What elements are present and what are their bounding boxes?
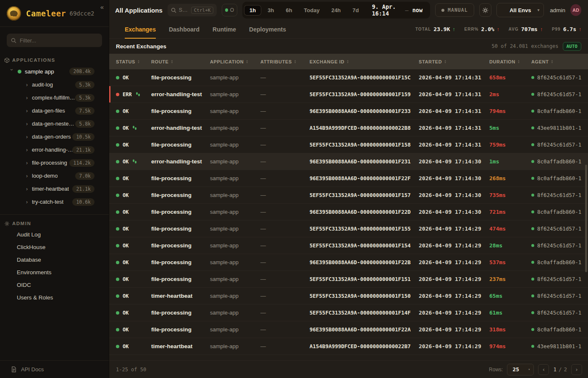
application-cell: sample-app	[210, 142, 260, 148]
api-docs-link[interactable]: API Docs	[0, 360, 109, 378]
search-icon	[11, 38, 16, 43]
exchange-id-cell: 96E395B0088AA6D-000000000001F233	[310, 108, 419, 114]
table-row[interactable]: OK file-processing sample-app — 96E395B0…	[109, 321, 588, 338]
exchange-id-cell: 96E395B0088AA6D-000000000001F22F	[310, 175, 419, 181]
column-header-application[interactable]: APPLICATION ▲▼	[210, 59, 260, 64]
exchange-id-cell: 5EF55FC31352A9A-000000000001F150	[310, 293, 419, 299]
next-page-button[interactable]: ›	[571, 364, 582, 375]
theme-toggle-button[interactable]	[479, 3, 492, 17]
started-cell: 2026-04-09 17:14:30	[419, 209, 489, 215]
agent-cell: 8f6245c61d57-1	[531, 242, 588, 249]
sidebar-item-sample-app[interactable]: › sample app 208.4k	[0, 65, 109, 78]
sidebar-route-item[interactable]: › try-catch-test 10.6k	[0, 195, 109, 208]
live-status-toggle[interactable]: O	[222, 4, 237, 16]
table-row[interactable]: OK timer-heartbeat sample-app — 5EF55FC3…	[109, 288, 588, 304]
sidebar-route-item[interactable]: › file-processing 114.2k	[0, 156, 109, 169]
sidebar-route-item[interactable]: › audit-log 5.3k	[0, 78, 109, 91]
column-header-attributes[interactable]: ATTRIBUTES ▲▼	[260, 59, 310, 64]
tab-deployments[interactable]: Deployments	[249, 20, 286, 38]
table-row[interactable]: OK file-processing sample-app — 5EF55FC3…	[109, 220, 588, 237]
column-header-exchange-id[interactable]: EXCHANGE ID ▲▼	[310, 59, 419, 64]
manual-refresh-button[interactable]: MANUAL	[435, 3, 474, 17]
route-count-badge: 114.2k	[69, 159, 94, 167]
sidebar-collapse-icon[interactable]: «	[100, 3, 104, 10]
table-row[interactable]: OK file-processing sample-app — 5EF55FC3…	[109, 187, 588, 204]
filter-placeholder: Filter...	[20, 37, 36, 44]
sidebar-route-item[interactable]: › data-gen-files 7.5k	[0, 104, 109, 117]
agent-status-dot	[531, 278, 534, 281]
application-cell: sample-app	[210, 91, 260, 97]
tab-dashboard[interactable]: Dashboard	[169, 20, 200, 38]
table-row[interactable]: OK file-processing sample-app — 5EF55FC3…	[109, 136, 588, 153]
sidebar-route-item[interactable]: › error-handling-… 21.1k	[0, 143, 109, 156]
prev-page-button[interactable]: ‹	[538, 364, 549, 375]
tab-exchanges[interactable]: Exchanges	[125, 20, 156, 38]
sidebar-filter-input[interactable]: Filter...	[7, 34, 102, 47]
time-range-button-3h[interactable]: 3h	[262, 5, 279, 16]
sort-icon: ▲▼	[444, 60, 447, 64]
table-row[interactable]: OK timer-heartbeat sample-app — A154B9A9…	[109, 338, 588, 355]
stat-value: 23.9K	[433, 26, 450, 32]
auto-refresh-badge[interactable]: AUTO	[563, 42, 582, 51]
column-header-started[interactable]: STARTED ▲▼	[419, 59, 489, 64]
table-row[interactable]: OK file-processing sample-app — 96E395B0…	[109, 254, 588, 271]
status-dot	[116, 160, 119, 163]
time-range-button-24h[interactable]: 24h	[326, 5, 346, 16]
table-row[interactable]: OK file-processing sample-app — 5EF55FC3…	[109, 69, 588, 86]
started-cell: 2026-04-09 17:14:31	[419, 142, 489, 148]
global-search-input[interactable]: S… Ctrl+K	[168, 4, 217, 16]
table-row[interactable]: OK file-processing sample-app — 96E395B0…	[109, 204, 588, 220]
route-name: loop-demo	[32, 173, 58, 179]
chevron-right-icon: ›	[26, 121, 32, 127]
time-range-button-1h[interactable]: 1h	[244, 5, 261, 16]
table-row[interactable]: OK file-processing sample-app — 96E395B0…	[109, 103, 588, 120]
chevron-right-icon: ›	[26, 108, 32, 114]
rows-per-page-select[interactable]: 25 ▾	[507, 364, 534, 375]
sidebar-route-item[interactable]: › loop-demo 7.0k	[0, 169, 109, 182]
page-title: All Applications	[115, 7, 163, 14]
table-row[interactable]: OK error-handling-test sample-app — A154…	[109, 120, 588, 136]
status-dot	[116, 177, 119, 180]
column-header-agent[interactable]: AGENT ▲▼	[531, 59, 588, 64]
avatar[interactable]: AD	[570, 4, 581, 16]
sidebar-route-item[interactable]: › timer-heartbeat 21.1k	[0, 182, 109, 195]
route-cell: error-handling-test	[151, 125, 210, 131]
column-header-route[interactable]: ROUTE ▲▼	[151, 59, 210, 64]
search-icon	[171, 8, 176, 13]
table-row[interactable]: OK file-processing sample-app — 5EF55FC3…	[109, 237, 588, 254]
route-name: file-processing	[32, 160, 67, 166]
time-range-button-7d[interactable]: 7d	[347, 5, 364, 16]
exchange-id-cell: 5EF55FC31352A9A-000000000001F158	[310, 142, 419, 148]
table-row[interactable]: OK file-processing sample-app — 96E395B0…	[109, 170, 588, 187]
duration-cell: 5ms	[489, 125, 531, 131]
sidebar-route-item[interactable]: › complex-fulfillm… 5.3k	[0, 91, 109, 104]
sidebar-route-item[interactable]: › data-gen-neste… 5.8k	[0, 117, 109, 130]
sidebar-admin-item-users-roles[interactable]: Users & Roles	[0, 291, 109, 304]
scrollbar-thumb[interactable]	[585, 165, 587, 272]
status-dot	[116, 227, 119, 231]
sidebar-admin-item-audit-log[interactable]: Audit Log	[0, 228, 109, 241]
table-row[interactable]: OK file-processing sample-app — 5EF55FC3…	[109, 271, 588, 288]
date-range-picker[interactable]: 9. Apr. 16:14 — now	[365, 3, 428, 17]
time-range-button-today[interactable]: Today	[299, 5, 325, 16]
agent-cell: 43ee9811b801-1	[531, 343, 588, 349]
table-row[interactable]: ERR error-handling-test sample-app — 5EF…	[109, 86, 588, 103]
sidebar-admin-item-environments[interactable]: Environments	[0, 266, 109, 278]
route-count-badge: 21.1k	[72, 185, 94, 193]
column-header-status[interactable]: STATUS ▲▼	[109, 59, 151, 64]
duration-cell: 28ms	[489, 242, 531, 249]
time-range-button-6h[interactable]: 6h	[280, 5, 297, 16]
sidebar-admin-item-database[interactable]: Database	[0, 253, 109, 266]
sidebar-admin-item-oidc[interactable]: OIDC	[0, 278, 109, 291]
sidebar-route-item[interactable]: › data-gen-orders 10.5k	[0, 130, 109, 143]
table-row[interactable]: OK error-handling-test sample-app — 96E3…	[109, 153, 588, 170]
summary-stats: TOTAL 23.9K ↑ ERR% 2.0% ↑ AVG 707ms ↑ P9…	[415, 20, 588, 38]
chevron-down-icon: ▾	[528, 368, 530, 371]
exchange-id-cell: 96E395B0088AA6D-000000000001F231	[310, 158, 419, 165]
tab-runtime[interactable]: Runtime	[213, 20, 236, 38]
route-count-badge: 5.8k	[75, 120, 94, 128]
column-header-duration[interactable]: DURATION ▲▼	[489, 59, 531, 64]
table-row[interactable]: OK file-processing sample-app — 5EF55FC3…	[109, 304, 588, 321]
sidebar-admin-item-clickhouse[interactable]: ClickHouse	[0, 241, 109, 253]
environment-selector[interactable]: All Envs ▾	[496, 3, 544, 17]
